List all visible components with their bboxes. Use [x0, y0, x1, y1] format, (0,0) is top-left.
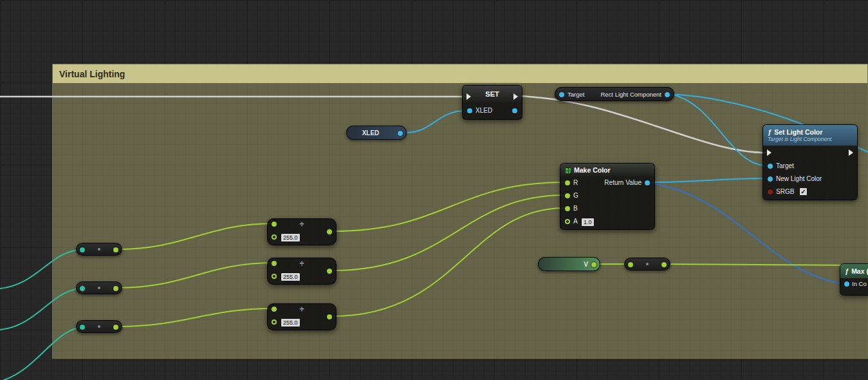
comment-title: Virtual Lighting — [59, 69, 125, 79]
divisor-value-field[interactable]: 255.0 — [281, 318, 300, 327]
conversion-output-pin[interactable] — [661, 262, 667, 267]
target-pin[interactable] — [768, 164, 773, 169]
max-node-title: Max ( — [851, 267, 868, 275]
divisor-pin[interactable] — [272, 319, 277, 325]
conversion-output-pin[interactable] — [113, 325, 118, 330]
set-light-color-title: Set Light Color — [774, 128, 822, 136]
conversion-input-pin[interactable] — [80, 325, 85, 330]
max-input-pin[interactable] — [844, 281, 849, 287]
max-input-label: In Co — [852, 280, 867, 287]
xled-input-label: XLED — [476, 107, 492, 114]
conversion-input-pin[interactable] — [628, 262, 633, 267]
return-value-pin[interactable] — [645, 180, 650, 185]
v-output-pin[interactable] — [591, 262, 596, 267]
exec-out-pin[interactable] — [513, 93, 518, 100]
dividend-pin[interactable] — [272, 222, 277, 227]
make-color-node[interactable]: Make Color R Return Value G B A 1.0 — [560, 163, 655, 230]
g-pin[interactable] — [565, 193, 570, 198]
dividend-pin[interactable] — [272, 307, 277, 312]
function-icon: ƒ — [768, 128, 771, 136]
xled-getter-node[interactable]: XLED — [346, 126, 407, 140]
exec-out-pin[interactable] — [849, 149, 853, 156]
target-input-pin[interactable] — [559, 92, 564, 97]
set-light-color-node[interactable]: ƒ Set Light Color Target is Light Compon… — [762, 124, 858, 200]
max-node[interactable]: ƒ Max ( In Co — [840, 263, 868, 296]
comment-header[interactable]: Virtual Lighting — [53, 64, 867, 83]
divisor-pin[interactable] — [272, 234, 277, 240]
conversion-pill-3[interactable] — [76, 320, 122, 333]
conversion-pill-4[interactable] — [624, 258, 670, 271]
conversion-dot-icon — [98, 248, 100, 251]
comment-box-virtual-lighting: Virtual Lighting — [52, 64, 868, 359]
dividend-pin[interactable] — [272, 261, 277, 266]
rect-light-component-label: Rect Light Component — [600, 91, 661, 98]
divisor-pin[interactable] — [272, 274, 277, 279]
divide-node-1[interactable]: ÷ 255.0 — [267, 218, 337, 245]
conversion-output-pin[interactable] — [113, 247, 118, 252]
conversion-pill-2[interactable] — [76, 281, 122, 294]
a-label: A — [573, 218, 578, 225]
result-pin[interactable] — [327, 314, 332, 319]
xled-input-pin[interactable] — [467, 108, 472, 113]
divide-node-3[interactable]: ÷ 255.0 — [267, 303, 337, 330]
divide-operator: ÷ — [268, 259, 336, 268]
conversion-output-pin[interactable] — [113, 286, 118, 291]
exec-in-pin[interactable] — [767, 149, 771, 156]
function-icon: ƒ — [845, 267, 849, 275]
blueprint-graph-canvas[interactable]: Virtual Lighting SET XLED XLED — [0, 0, 868, 380]
new-light-color-label: New Light Color — [776, 175, 822, 182]
result-pin[interactable] — [327, 269, 332, 274]
divide-operator: ÷ — [268, 220, 336, 229]
rect-light-component-node[interactable]: Target Rect Light Component — [555, 87, 674, 101]
conversion-input-pin[interactable] — [80, 247, 85, 252]
xled-output-pin[interactable] — [512, 108, 517, 113]
b-pin[interactable] — [565, 206, 570, 211]
xled-getter-output-pin[interactable] — [398, 131, 403, 136]
set-light-color-subtitle: Target is Light Component — [768, 136, 831, 142]
conversion-input-pin[interactable] — [80, 286, 85, 291]
a-pin[interactable] — [565, 219, 570, 224]
target-pin-label: Target — [776, 162, 794, 169]
v-getter-node[interactable]: V — [538, 257, 600, 271]
result-pin[interactable] — [327, 229, 332, 234]
component-output-pin[interactable] — [665, 92, 670, 97]
return-value-label: Return Value — [604, 179, 642, 186]
struct-icon — [565, 167, 571, 173]
set-xled-node[interactable]: SET XLED — [462, 85, 522, 120]
r-label: R — [573, 179, 578, 186]
set-node-title: SET — [485, 90, 499, 98]
r-pin[interactable] — [565, 180, 570, 185]
v-getter-label: V — [584, 261, 588, 268]
g-label: G — [573, 192, 578, 199]
conversion-dot-icon — [98, 287, 100, 289]
srgb-label: SRGB — [776, 188, 794, 195]
a-value-field[interactable]: 1.0 — [581, 218, 595, 227]
conversion-dot-icon — [98, 325, 100, 328]
divisor-value-field[interactable]: 255.0 — [281, 272, 300, 281]
divide-node-2[interactable]: ÷ 255.0 — [267, 258, 337, 285]
divisor-value-field[interactable]: 255.0 — [281, 233, 300, 242]
srgb-pin[interactable] — [768, 189, 773, 195]
new-light-color-pin[interactable] — [768, 176, 773, 182]
conversion-dot-icon — [646, 263, 649, 265]
target-label: Target — [568, 91, 584, 98]
divide-operator: ÷ — [268, 305, 336, 314]
conversion-pill-1[interactable] — [76, 243, 122, 256]
srgb-checkbox[interactable]: ✓ — [799, 187, 808, 196]
xled-getter-label: XLED — [347, 129, 394, 137]
exec-in-pin[interactable] — [466, 93, 471, 100]
b-label: B — [573, 205, 578, 212]
make-color-title: Make Color — [574, 166, 611, 174]
